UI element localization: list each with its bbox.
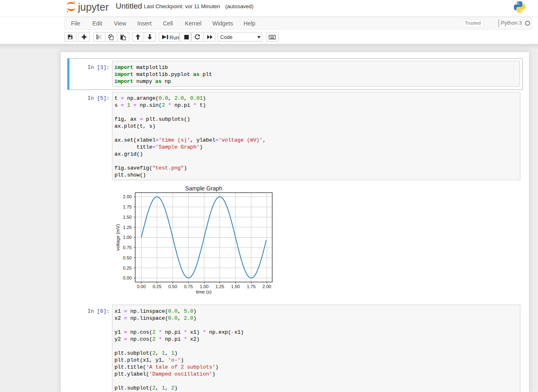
svg-text:0.50: 0.50	[168, 284, 177, 289]
svg-text:1.75: 1.75	[247, 284, 255, 289]
svg-text:1.00: 1.00	[123, 235, 132, 240]
svg-text:1.00: 1.00	[200, 284, 208, 289]
svg-text:1.75: 1.75	[123, 204, 132, 209]
svg-text:voltage (mV): voltage (mV)	[115, 224, 120, 251]
svg-text:1.50: 1.50	[123, 215, 132, 220]
svg-text:2.00: 2.00	[123, 194, 132, 199]
svg-text:1.50: 1.50	[231, 284, 240, 289]
svg-text:0.00: 0.00	[123, 275, 132, 280]
svg-text:2.00: 2.00	[263, 284, 271, 289]
svg-text:Sample Graph: Sample Graph	[185, 185, 222, 192]
svg-text:0.50: 0.50	[123, 255, 132, 260]
svg-text:0.75: 0.75	[184, 284, 192, 289]
svg-text:time (s): time (s)	[196, 289, 212, 294]
svg-text:1.25: 1.25	[123, 225, 132, 230]
svg-text:1.25: 1.25	[215, 284, 224, 289]
svg-text:0.25: 0.25	[123, 266, 132, 271]
svg-text:0.75: 0.75	[123, 245, 132, 250]
svg-text:0.25: 0.25	[153, 284, 161, 289]
svg-text:0.00: 0.00	[137, 284, 146, 289]
